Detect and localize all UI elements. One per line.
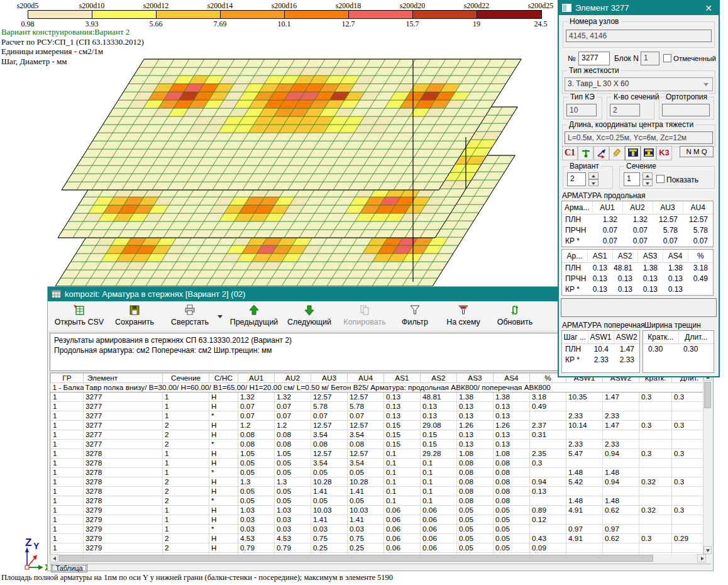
pencil-icon[interactable] — [609, 146, 625, 160]
save-button[interactable]: Сохранить — [107, 303, 162, 330]
table-cell: 0.03 — [238, 515, 275, 525]
table-cell: 12.57 — [311, 449, 348, 459]
color-scale-legend: s200d5s200d10s200d12s200d14s200d16s200d1… — [28, 1, 542, 28]
table-cell: 12.57 — [348, 393, 384, 402]
tab-table[interactable]: Таблица — [51, 564, 87, 572]
column-header[interactable]: AU2 — [275, 374, 311, 383]
stiffness-dropdown[interactable]: 3. Тавр_L 30 X 60 — [565, 77, 713, 91]
table-row[interactable]: 132771Н1.321.3212.5712.570.1348.811.381.… — [51, 393, 707, 402]
column-header[interactable]: AU3 — [311, 374, 348, 383]
node-icon[interactable] — [578, 146, 593, 160]
column-header[interactable]: AS4 — [494, 374, 530, 383]
copy-button[interactable]: Копировать — [337, 303, 392, 330]
column-header[interactable]: AS1 — [384, 374, 421, 383]
k3-icon[interactable]: K3 — [656, 146, 672, 160]
refresh-button[interactable]: Обновить — [489, 303, 541, 330]
marked-checkbox[interactable] — [663, 54, 671, 62]
table-cell: ПЛН — [562, 214, 592, 225]
table-cell: 0.08 — [457, 477, 494, 487]
vertical-scrollbar[interactable] — [703, 372, 711, 554]
element-number-input[interactable]: 3277 — [578, 52, 610, 65]
table-row[interactable]: 132782Н0.050.051.411.410.10.10.080.080.1… — [51, 487, 707, 496]
table-cell: 0.13 — [587, 284, 612, 294]
scroll-down-icon[interactable] — [703, 546, 712, 554]
table-row[interactable]: 132781*0.050.050.050.050.10.10.080.081.4… — [51, 468, 707, 477]
legend-segment — [413, 11, 477, 18]
table-row[interactable]: 132791Н1.031.0310.0310.030.060.060.050.0… — [51, 506, 707, 515]
variant-stepper[interactable] — [588, 172, 598, 186]
scroll-right-icon[interactable] — [697, 554, 706, 562]
results-grid[interactable]: ГРЭлементСечениеС/НСAU1AU2AU3AU4AS1AS2AS… — [50, 372, 706, 554]
hscroll-thumb[interactable] — [59, 555, 653, 562]
legend-tick-label: s200d18 — [336, 1, 361, 11]
group-header-text: Тавр полка внизу/ B=30.00/ H=60.00/ B1=6… — [84, 383, 707, 393]
table-row[interactable]: 132791Н0.030.031.411.410.060.060.050.050… — [51, 515, 707, 525]
section-stepper[interactable] — [643, 172, 653, 186]
column-header[interactable]: Сечение — [163, 374, 209, 383]
table-cell: 0.3 — [672, 393, 707, 402]
table-row[interactable]: 132782*0.050.050.050.050.10.10.080.081.4… — [51, 496, 707, 506]
table-cell: 5.47 — [566, 449, 603, 459]
horizontal-scrollbar[interactable] — [50, 554, 706, 563]
legend-segment — [157, 11, 221, 18]
show-checkbox[interactable] — [656, 175, 665, 183]
column-header[interactable]: ГР — [51, 374, 84, 383]
table-row[interactable]: 132792Н0.790.790.250.250.060.060.050.050… — [51, 543, 707, 553]
table-row[interactable]: 132771*0.070.070.070.070.130.130.130.132… — [51, 411, 707, 421]
column-header: AU2 — [622, 201, 653, 214]
column-header[interactable]: AS2 — [421, 374, 457, 383]
table-cell: 0.13 — [494, 430, 530, 440]
table-cell: 1 — [51, 449, 84, 459]
table-cell: 0.49 — [688, 273, 713, 284]
previous-button[interactable]: Предыдущий — [226, 303, 282, 330]
table-cell: 1.2 — [238, 421, 275, 430]
print-dropdown-caret[interactable] — [218, 303, 226, 330]
section-icon-2[interactable] — [641, 146, 656, 160]
table-cell: 1.08 — [494, 449, 530, 459]
variant-line: Вариант конструирования:Вариант 2 — [1, 27, 144, 37]
variant-input[interactable]: 2 — [567, 172, 586, 186]
table-row[interactable]: 132781Н1.051.0512.5712.570.129.281.081.0… — [51, 449, 707, 459]
directions-icon[interactable] — [593, 146, 609, 160]
column-header[interactable]: Элемент — [84, 374, 163, 383]
table-cell: 0.12 — [530, 515, 566, 525]
section-input[interactable]: 1 — [624, 172, 640, 186]
table-row[interactable]: 132772Н0.080.083.543.540.150.150.130.130… — [51, 430, 707, 440]
table-cell: 0.09 — [530, 543, 566, 553]
next-button[interactable]: Следующий — [282, 303, 337, 330]
table-row[interactable]: 132782Н1.31.310.2810.280.10.10.080.080.9… — [51, 477, 707, 487]
column-header[interactable]: AU4 — [348, 374, 384, 383]
table-row[interactable]: 132792Н4.534.530.750.750.060.060.050.050… — [51, 534, 707, 543]
print-button[interactable]: Сверстать — [162, 303, 218, 330]
marked-checkbox-label: Отмеченный — [673, 55, 716, 62]
table-row[interactable]: 132781Н0.050.053.543.540.10.10.080.080.3 — [51, 459, 707, 468]
table-row[interactable]: 132772Н1.21.212.5712.570.1529.081.261.26… — [51, 421, 707, 430]
vscroll-thumb[interactable] — [704, 382, 711, 408]
table-row[interactable]: 132772*0.080.080.080.080.150.150.130.132… — [51, 440, 707, 449]
table-row[interactable]: 132791*0.030.030.030.030.060.060.050.050… — [51, 525, 707, 534]
element-dialog-titlebar[interactable]: Элемент 3277 ✕ — [558, 1, 719, 15]
table-row[interactable]: 132771Н0.070.075.785.780.130.130.130.130… — [51, 402, 707, 411]
column-header[interactable]: AU1 — [238, 374, 275, 383]
table-cell — [639, 459, 672, 468]
reinforcement-heatmap-view[interactable] — [13, 49, 554, 301]
close-icon[interactable]: ✕ — [702, 3, 715, 13]
table-cell: 0.06 — [421, 515, 457, 525]
column-header: AS3 — [637, 250, 663, 262]
section-icon-1[interactable] — [625, 146, 641, 160]
block-number-input[interactable]: 1 — [641, 52, 659, 65]
column-header[interactable]: AS3 — [457, 374, 494, 383]
table-cell: 0.15 — [421, 440, 457, 449]
scroll-left-icon[interactable] — [50, 554, 58, 562]
table-cell: 1.05 — [275, 449, 311, 459]
c1-icon[interactable]: C1 — [562, 146, 578, 160]
open-csv-button[interactable]: Открыть CSV — [52, 303, 107, 330]
table-cell: 0.32 — [639, 477, 672, 487]
column-header[interactable]: С/НС — [209, 374, 238, 383]
table-cell: 3277 — [84, 411, 163, 421]
nmq-button[interactable]: N M Q — [680, 146, 714, 157]
table-cell: 0.07 — [238, 411, 275, 421]
to-scheme-button[interactable]: На схему — [438, 303, 489, 330]
table-cell: Н — [209, 430, 238, 440]
filter-button[interactable]: Фильтр — [392, 303, 438, 330]
